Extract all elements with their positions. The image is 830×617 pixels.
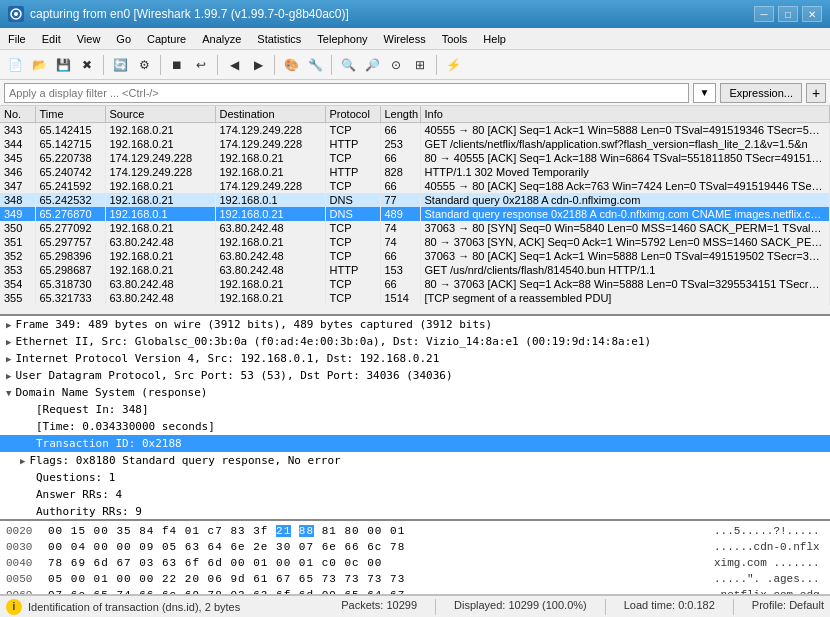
- detail-item-txid[interactable]: Transaction ID: 0x2188: [0, 435, 830, 452]
- detail-item-ans[interactable]: Answer RRs: 4: [0, 486, 830, 503]
- hex-ascii: ximg.com .......: [714, 555, 824, 571]
- col-header-protocol[interactable]: Protocol: [325, 106, 380, 123]
- window-controls: ─ □ ✕: [754, 6, 822, 22]
- menu-bar: FileEditViewGoCaptureAnalyzeStatisticsTe…: [0, 28, 830, 50]
- detail-arrow-udp[interactable]: ▶: [6, 371, 11, 381]
- table-row[interactable]: 34865.242532192.168.0.21192.168.0.1DNS77…: [0, 193, 830, 207]
- toolbar-zoomin[interactable]: 🔍: [337, 54, 359, 76]
- menu-item-help[interactable]: Help: [475, 31, 514, 47]
- detail-text-dns: Domain Name System (response): [15, 386, 207, 399]
- col-header-source[interactable]: Source: [105, 106, 215, 123]
- toolbar-colorize[interactable]: 🎨: [280, 54, 302, 76]
- hex-highlight: 88: [299, 525, 314, 537]
- toolbar-restart[interactable]: ↩: [190, 54, 212, 76]
- menu-item-analyze[interactable]: Analyze: [194, 31, 249, 47]
- hex-row: 002000 15 00 35 84 f4 01 c7 83 3f 21 88 …: [6, 523, 824, 539]
- close-button[interactable]: ✕: [802, 6, 822, 22]
- detail-item-udp[interactable]: ▶User Datagram Protocol, Src Port: 53 (5…: [0, 367, 830, 384]
- detail-text-auth: Authority RRs: 9: [36, 505, 142, 518]
- detail-pane[interactable]: ▶Frame 349: 489 bytes on wire (3912 bits…: [0, 316, 830, 521]
- packet-table-scroll[interactable]: No. Time Source Destination Protocol Len…: [0, 106, 830, 314]
- detail-text-ip: Internet Protocol Version 4, Src: 192.16…: [15, 352, 439, 365]
- menu-item-wireless[interactable]: Wireless: [376, 31, 434, 47]
- sep5: [331, 55, 332, 75]
- menu-item-go[interactable]: Go: [108, 31, 139, 47]
- table-row[interactable]: 34965.276870192.168.0.1192.168.0.21DNS48…: [0, 207, 830, 221]
- filter-bar: ▼ Expression... +: [0, 80, 830, 106]
- toolbar-resize[interactable]: ⊞: [409, 54, 431, 76]
- add-filter-button[interactable]: +: [806, 83, 826, 103]
- toolbar-close[interactable]: ✖: [76, 54, 98, 76]
- hex-pane[interactable]: 002000 15 00 35 84 f4 01 c7 83 3f 21 88 …: [0, 521, 830, 595]
- detail-arrow-ip[interactable]: ▶: [6, 354, 11, 364]
- toolbar-filter-expr[interactable]: ⚡: [442, 54, 464, 76]
- table-row[interactable]: 35265.298396192.168.0.2163.80.242.48TCP6…: [0, 249, 830, 263]
- menu-item-edit[interactable]: Edit: [34, 31, 69, 47]
- sep3: [217, 55, 218, 75]
- hex-bytes: 00 04 00 00 09 05 63 64 6e 2e 30 07 6e 6…: [48, 539, 708, 555]
- detail-item-flags[interactable]: ▶Flags: 0x8180 Standard query response, …: [0, 452, 830, 469]
- detail-arrow-frame[interactable]: ▶: [6, 320, 11, 330]
- minimize-button[interactable]: ─: [754, 6, 774, 22]
- table-row[interactable]: 34765.241592192.168.0.21174.129.249.228T…: [0, 179, 830, 193]
- hex-bytes: 05 00 01 00 00 22 20 06 9d 61 67 65 73 7…: [48, 571, 708, 587]
- table-row[interactable]: 35565.32173363.80.242.48192.168.0.21TCP1…: [0, 291, 830, 305]
- table-row[interactable]: 35165.29775763.80.242.48192.168.0.21TCP7…: [0, 235, 830, 249]
- toolbar-zoomout[interactable]: 🔎: [361, 54, 383, 76]
- menu-item-telephony[interactable]: Telephony: [309, 31, 375, 47]
- detail-arrow-flags[interactable]: ▶: [20, 456, 25, 466]
- toolbar-fwd[interactable]: ▶: [247, 54, 269, 76]
- hex-ascii: ...5.....?!.....: [714, 523, 824, 539]
- table-row[interactable]: 34465.142715192.168.0.21174.129.249.228H…: [0, 137, 830, 151]
- display-filter-input[interactable]: [4, 83, 689, 103]
- toolbar-stop[interactable]: ⏹: [166, 54, 188, 76]
- toolbar-capture-opts[interactable]: ⚙: [133, 54, 155, 76]
- detail-text-time: [Time: 0.034330000 seconds]: [36, 420, 215, 433]
- detail-item-eth[interactable]: ▶Ethernet II, Src: Globalsc_00:3b:0a (f0…: [0, 333, 830, 350]
- table-row[interactable]: 35065.277092192.168.0.2163.80.242.48TCP7…: [0, 221, 830, 235]
- table-row[interactable]: 35365.298687192.168.0.2163.80.242.48HTTP…: [0, 263, 830, 277]
- toolbar-prefs[interactable]: 🔧: [304, 54, 326, 76]
- toolbar-save[interactable]: 💾: [52, 54, 74, 76]
- detail-item-auth[interactable]: Authority RRs: 9: [0, 503, 830, 520]
- hex-offset: 0040: [6, 555, 42, 571]
- svg-point-1: [14, 12, 18, 16]
- toolbar-open[interactable]: 📂: [28, 54, 50, 76]
- table-row[interactable]: 34365.142415192.168.0.21174.129.249.228T…: [0, 123, 830, 138]
- menu-item-statistics[interactable]: Statistics: [249, 31, 309, 47]
- app-icon: [8, 6, 24, 22]
- toolbar-reload[interactable]: 🔄: [109, 54, 131, 76]
- sep4: [274, 55, 275, 75]
- detail-text-udp: User Datagram Protocol, Src Port: 53 (53…: [15, 369, 452, 382]
- toolbar-new[interactable]: 📄: [4, 54, 26, 76]
- detail-item-ip[interactable]: ▶Internet Protocol Version 4, Src: 192.1…: [0, 350, 830, 367]
- expression-button[interactable]: Expression...: [720, 83, 802, 103]
- hex-ascii: .....". .ages...: [714, 571, 824, 587]
- menu-item-file[interactable]: File: [0, 31, 34, 47]
- detail-item-q[interactable]: Questions: 1: [0, 469, 830, 486]
- detail-arrow-dns[interactable]: ▼: [6, 388, 11, 398]
- col-header-length[interactable]: Length: [380, 106, 420, 123]
- col-header-info[interactable]: Info: [420, 106, 830, 123]
- detail-item-time[interactable]: [Time: 0.034330000 seconds]: [0, 418, 830, 435]
- col-header-destination[interactable]: Destination: [215, 106, 325, 123]
- menu-item-capture[interactable]: Capture: [139, 31, 194, 47]
- col-header-no[interactable]: No.: [0, 106, 35, 123]
- detail-item-frame[interactable]: ▶Frame 349: 489 bytes on wire (3912 bits…: [0, 316, 830, 333]
- packets-count: Packets: 10299: [341, 599, 417, 615]
- detail-arrow-eth[interactable]: ▶: [6, 337, 11, 347]
- detail-item-reqin[interactable]: [Request In: 348]: [0, 401, 830, 418]
- table-row[interactable]: 35465.31873063.80.242.48192.168.0.21TCP6…: [0, 277, 830, 291]
- detail-item-dns[interactable]: ▼Domain Name System (response): [0, 384, 830, 401]
- hex-ascii: ......cdn-0.nflx: [714, 539, 824, 555]
- hex-row: 003000 04 00 00 09 05 63 64 6e 2e 30 07 …: [6, 539, 824, 555]
- menu-item-view[interactable]: View: [69, 31, 109, 47]
- table-row[interactable]: 34565.220738174.129.249.228192.168.0.21T…: [0, 151, 830, 165]
- maximize-button[interactable]: □: [778, 6, 798, 22]
- col-header-time[interactable]: Time: [35, 106, 105, 123]
- table-row[interactable]: 34665.240742174.129.249.228192.168.0.21H…: [0, 165, 830, 179]
- menu-item-tools[interactable]: Tools: [434, 31, 476, 47]
- toolbar-back[interactable]: ◀: [223, 54, 245, 76]
- filter-dropdown-button[interactable]: ▼: [693, 83, 717, 103]
- toolbar-zoom100[interactable]: ⊙: [385, 54, 407, 76]
